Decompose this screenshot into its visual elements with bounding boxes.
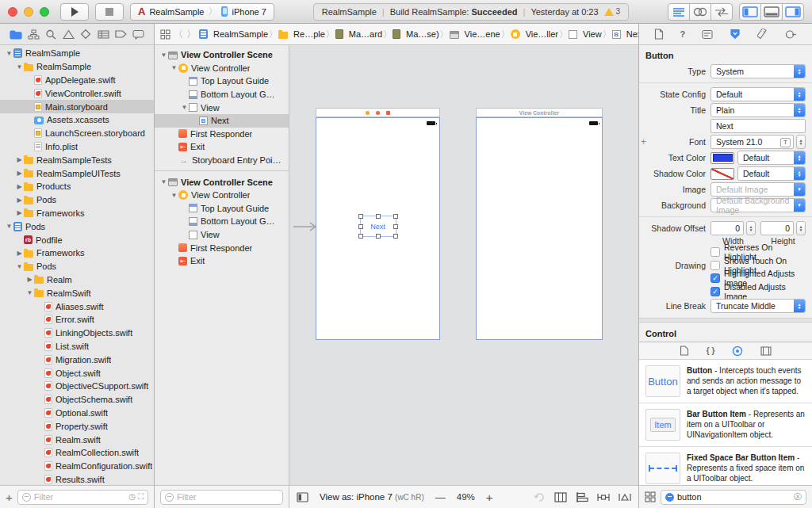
tree-row[interactable]: Main.storyboard	[0, 100, 154, 113]
tree-row[interactable]: Assets.xcassets	[0, 113, 154, 127]
quick-help-inspector-tab[interactable]: ?	[680, 29, 686, 39]
resize-handle[interactable]	[393, 234, 398, 239]
navigator-panel-button[interactable]	[739, 3, 761, 21]
disclosure-triangle[interactable]: ▼	[5, 223, 13, 230]
outline-row[interactable]: First Responder	[155, 241, 289, 254]
outline-toggle-icon[interactable]	[297, 492, 308, 502]
object-library-tab[interactable]	[732, 346, 743, 357]
zoom-level[interactable]: 49%	[457, 492, 475, 502]
clear-filter-icon[interactable]: ⓧ	[794, 491, 802, 502]
size-inspector-tab[interactable]	[757, 29, 768, 40]
breadcrumb-item[interactable]: BNext	[612, 29, 638, 39]
disclosure-triangle[interactable]: ▶	[25, 276, 34, 283]
library-item[interactable]: Fixed Space Bar Button Item - Represents…	[639, 447, 812, 485]
disclosure-triangle[interactable]: ▼	[15, 63, 24, 71]
tree-row[interactable]: Aliases.swift	[0, 300, 154, 313]
tree-row[interactable]: rbPodfile	[0, 233, 154, 246]
outline-row[interactable]: Bottom Layout G…	[155, 88, 289, 101]
library-item[interactable]: ItemBar Button Item - Represents an item…	[639, 403, 812, 447]
forward-button[interactable]: 〉	[186, 28, 196, 41]
tree-row[interactable]: ▼RealmSample	[0, 60, 154, 74]
shadow-color-dropdown[interactable]: Default▲▼	[737, 166, 806, 181]
outline-row[interactable]: →Storyboard Entry Poi…	[155, 154, 289, 167]
image-dropdown[interactable]: Default Image▾	[710, 182, 806, 197]
tree-row[interactable]: ViewController.swift	[0, 86, 154, 100]
back-button[interactable]: 〈	[174, 28, 183, 41]
view-controller-1[interactable]: Next	[316, 108, 440, 340]
shadow-color-well[interactable]	[710, 168, 734, 180]
font-picker-icon[interactable]: T	[780, 138, 791, 147]
view-controller-2[interactable]: View Controller	[476, 108, 603, 340]
tree-row[interactable]: ▶Products	[0, 180, 154, 193]
outline-row[interactable]: ▼View Controller Scene	[155, 175, 289, 189]
outline-row[interactable]: ▼View Controller Scene	[155, 48, 289, 62]
outline-row[interactable]: View	[155, 228, 289, 242]
checkbox[interactable]	[710, 247, 720, 257]
file-template-library-tab[interactable]	[680, 346, 689, 356]
tree-row[interactable]: LinkingObjects.swift	[0, 327, 154, 340]
tree-row[interactable]: ▶Pods	[0, 193, 154, 207]
disclosure-triangle[interactable]: ▼	[25, 289, 34, 296]
scheme-selector[interactable]: A RealmSample 〉 iPhone 7	[130, 3, 274, 21]
title-type-dropdown[interactable]: Plain▲▼	[710, 103, 806, 117]
tree-row[interactable]: ▶RealmSampleTests	[0, 153, 154, 166]
resize-handle[interactable]	[393, 224, 398, 229]
outline-row[interactable]: Top Layout Guide	[155, 74, 289, 88]
align-icon[interactable]	[576, 492, 588, 502]
next-button-canvas[interactable]: Next	[360, 216, 396, 237]
version-editor-button[interactable]	[710, 3, 733, 21]
file-inspector-tab[interactable]	[654, 29, 664, 40]
disclosure-triangle[interactable]: ▼	[180, 104, 189, 111]
outline-row[interactable]: Bottom Layout G…	[155, 215, 289, 228]
tree-row[interactable]: ▼RealmSample	[0, 47, 154, 60]
related-items-icon[interactable]	[160, 29, 170, 40]
recent-files-icon[interactable]: ◷	[128, 492, 136, 502]
disclosure-triangle[interactable]: ▼	[170, 192, 178, 199]
outline-row[interactable]: BNext	[155, 114, 289, 128]
assistant-editor-button[interactable]	[689, 3, 711, 21]
stop-button[interactable]	[95, 3, 124, 21]
code-snippet-library-tab[interactable]: { }	[707, 346, 715, 355]
tree-row[interactable]: Object.swift	[0, 366, 154, 380]
tree-row[interactable]: ▶Realm	[0, 273, 154, 287]
resize-handle[interactable]	[358, 224, 363, 229]
disclosure-triangle[interactable]: ▼	[170, 64, 178, 71]
add-button[interactable]: +	[6, 491, 13, 503]
find-navigator-tab[interactable]	[45, 29, 56, 40]
shadow-width-field[interactable]: 0	[710, 221, 744, 235]
breadcrumb-item[interactable]: Re…ple	[278, 29, 325, 39]
attributes-inspector-tab[interactable]	[730, 29, 741, 40]
disclosure-triangle[interactable]: ▶	[15, 197, 24, 204]
minimize-window-button[interactable]	[24, 7, 33, 17]
breakpoint-navigator-tab[interactable]	[115, 29, 127, 39]
resize-handle[interactable]	[376, 214, 381, 219]
disclosure-triangle[interactable]: ▶	[15, 209, 24, 216]
text-color-dropdown[interactable]: Default▲▼	[737, 151, 806, 165]
media-library-tab[interactable]	[760, 346, 772, 356]
breadcrumb-item[interactable]: Vie…ller	[511, 29, 558, 39]
add-font-attribute-button[interactable]: +	[641, 136, 646, 147]
shadow-width-stepper[interactable]: ▲▼	[746, 221, 756, 235]
checkbox[interactable]	[710, 261, 720, 270]
tree-row[interactable]: Property.swift	[0, 419, 154, 433]
zoom-window-button[interactable]	[40, 7, 49, 17]
view-controller-icon[interactable]	[366, 111, 370, 115]
tree-row[interactable]: ▼Pods	[0, 260, 154, 273]
tree-row[interactable]: ▼Pods	[0, 220, 154, 233]
tree-row[interactable]: Info.plist	[0, 140, 154, 154]
navigator-filter-field[interactable]: Filter ◷ ⛶	[17, 490, 148, 505]
outline-row[interactable]: ⇤Exit	[155, 254, 289, 268]
disclosure-triangle[interactable]: ▶	[15, 250, 24, 257]
close-window-button[interactable]	[8, 7, 17, 17]
outline-filter-field[interactable]: Filter	[160, 490, 283, 505]
shadow-height-stepper[interactable]: ▲▼	[796, 221, 806, 235]
state-config-dropdown[interactable]: Default▲▼	[710, 87, 806, 101]
storyboard-entry-arrow[interactable]	[293, 222, 317, 231]
scm-status-icon[interactable]: ⛶	[138, 492, 144, 502]
breadcrumb-item[interactable]: RealmSample	[199, 29, 268, 39]
tree-row[interactable]: RealmConfiguration.swift	[0, 460, 154, 473]
issue-navigator-tab[interactable]	[63, 29, 75, 40]
breadcrumb-item[interactable]: Ma…se)	[393, 29, 439, 39]
embed-in-stack-icon[interactable]	[554, 492, 567, 502]
tree-row[interactable]: Migration.swift	[0, 353, 154, 366]
